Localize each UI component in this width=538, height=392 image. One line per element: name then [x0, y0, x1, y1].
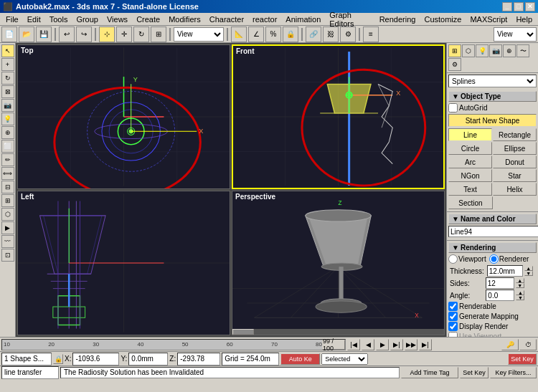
btn-donut[interactable]: Donut [493, 156, 537, 168]
key-mode[interactable]: 🔑 [501, 339, 519, 350]
gen-mapping-cb[interactable] [448, 312, 458, 321]
open-btn[interactable]: 📂 [19, 27, 34, 42]
btn-section[interactable]: Section [448, 196, 493, 209]
add-time-tag-btn[interactable]: Add Time Tag [401, 367, 458, 378]
percent-snap-btn[interactable]: % [265, 27, 281, 42]
redo-btn[interactable]: ↪ [76, 27, 92, 42]
anim-next-key[interactable]: ▶▶ [405, 339, 417, 350]
menu-create[interactable]: Create [132, 14, 164, 24]
tool-camera[interactable]: 📷 [1, 99, 14, 112]
start-new-shape-btn[interactable]: Start New Shape [448, 114, 537, 127]
create-spacewarps[interactable]: 〜 [516, 44, 529, 57]
menu-group[interactable]: Group [72, 14, 103, 24]
create-helpers[interactable]: ⊕ [503, 44, 516, 57]
btn-rectangle[interactable]: Rectangle [493, 128, 537, 141]
scale-btn[interactable]: ⊞ [151, 27, 166, 42]
time-current[interactable]: 99 / 100 [322, 340, 345, 350]
h-scrollbar[interactable] [232, 329, 444, 335]
menu-rendering[interactable]: Rendering [375, 14, 420, 24]
tool-select[interactable]: ↖ [1, 44, 14, 57]
tool-render[interactable]: ▶ [1, 221, 14, 234]
btn-ellipse[interactable]: Ellipse [493, 142, 537, 155]
tool-align[interactable]: ⊟ [1, 181, 14, 193]
menu-tools[interactable]: Tools [45, 14, 72, 24]
bind-btn[interactable]: ⚙ [340, 27, 356, 42]
select-btn[interactable]: ⊹ [99, 27, 115, 42]
undo-btn[interactable]: ↩ [59, 27, 75, 42]
thickness-up[interactable]: ▲ [524, 266, 533, 271]
angle-input[interactable] [486, 290, 514, 301]
viewport-front[interactable]: Front [232, 44, 445, 189]
btn-line[interactable]: Line [448, 128, 492, 141]
tool-mirror[interactable]: ⟺ [1, 167, 14, 180]
renderer-radio-label[interactable]: Renderer [489, 254, 529, 264]
rendering-title[interactable]: ▼ Rendering [448, 242, 537, 253]
menu-reactor[interactable]: reactor [248, 14, 281, 24]
angle-up[interactable]: ▲ [516, 290, 524, 295]
anim-last[interactable]: ▶| [419, 339, 432, 350]
minimize-button[interactable]: _ [502, 2, 512, 11]
tool-scale[interactable]: ⊠ [1, 85, 14, 98]
key-filters-btn[interactable]: Key Filters... [490, 367, 537, 378]
menu-edit[interactable]: Edit [23, 14, 45, 24]
tool-curve-editor[interactable]: 〰 [1, 235, 14, 248]
create-geometry[interactable]: ⊞ [448, 44, 461, 57]
sides-down[interactable]: ▼ [516, 283, 524, 288]
btn-ngon[interactable]: NGon [448, 169, 492, 182]
create-cameras[interactable]: 📷 [489, 44, 502, 57]
layer-btn[interactable]: ≡ [363, 27, 379, 42]
menu-maxscript[interactable]: MAXScript [466, 14, 511, 24]
save-btn[interactable]: 💾 [36, 27, 52, 42]
btn-helix[interactable]: Helix [493, 183, 537, 196]
tool-material[interactable]: ⬡ [1, 208, 14, 221]
auto-key-btn[interactable]: Auto Ke [280, 353, 320, 365]
link-btn[interactable]: 🔗 [306, 27, 321, 42]
close-button[interactable]: ✕ [525, 2, 535, 11]
z-field[interactable]: -293.78 [177, 353, 220, 365]
btn-arc[interactable]: Arc [448, 156, 492, 168]
set-key-btn2[interactable]: Set Key [460, 367, 489, 378]
reference-dropdown[interactable]: View [174, 27, 224, 42]
create-lights[interactable]: 💡 [476, 44, 489, 57]
menu-character[interactable]: Character [205, 14, 248, 24]
selection-filter[interactable]: Selected [321, 353, 368, 365]
viewport-left[interactable]: Left [17, 191, 230, 335]
lock-btn[interactable]: 🔒 [53, 354, 63, 364]
x-field[interactable]: -1093.6 [72, 353, 119, 365]
angle-snap-btn[interactable]: ∠ [248, 27, 264, 42]
maximize-button[interactable]: □ [514, 2, 524, 11]
btn-text[interactable]: Text [448, 183, 492, 196]
name-input[interactable] [448, 226, 538, 237]
splines-dropdown[interactable]: Splines [448, 75, 537, 87]
angle-down[interactable]: ▼ [516, 295, 524, 300]
sides-spinner[interactable]: ▲ ▼ [516, 278, 524, 288]
tool-hierarchy[interactable]: ⊞ [1, 194, 14, 207]
rotate-btn[interactable]: ↻ [133, 27, 149, 42]
set-key-btn[interactable]: Set Key [508, 353, 537, 365]
menu-file[interactable]: File [1, 14, 23, 24]
tool-shape[interactable]: ⬜ [1, 140, 14, 153]
renderer-radio[interactable] [489, 254, 499, 264]
display-render-cb[interactable] [448, 322, 458, 331]
object-type-title[interactable]: ▼ Object Type [448, 91, 537, 102]
menu-help[interactable]: Help [511, 14, 537, 24]
angle-spinner[interactable]: ▲ ▼ [516, 290, 524, 300]
viewport-radio[interactable] [448, 254, 458, 264]
sides-up[interactable]: ▲ [516, 278, 524, 283]
menu-customize[interactable]: Customize [420, 14, 466, 24]
viewport-perspective[interactable]: Perspective [232, 191, 445, 335]
viewport-radio-label[interactable]: Viewport [448, 254, 486, 264]
sides-input[interactable] [486, 277, 514, 289]
thickness-spinner[interactable]: ▲ ▼ [524, 266, 533, 276]
view-dropdown2[interactable]: View [494, 27, 537, 42]
tool-light[interactable]: 💡 [1, 113, 14, 125]
use-viewport-cb[interactable] [448, 332, 458, 337]
time-slider[interactable]: 10 20 30 40 50 60 70 80 99 / 100 [1, 339, 346, 350]
btn-star[interactable]: Star [493, 169, 537, 182]
thickness-down[interactable]: ▼ [524, 271, 533, 276]
renderable-cb[interactable] [448, 302, 458, 311]
tool-schematic[interactable]: ⊡ [1, 249, 14, 262]
tool-helper[interactable]: ⊕ [1, 126, 14, 139]
menu-animation[interactable]: Animation [281, 14, 325, 24]
viewport-top[interactable]: Top [17, 44, 230, 189]
